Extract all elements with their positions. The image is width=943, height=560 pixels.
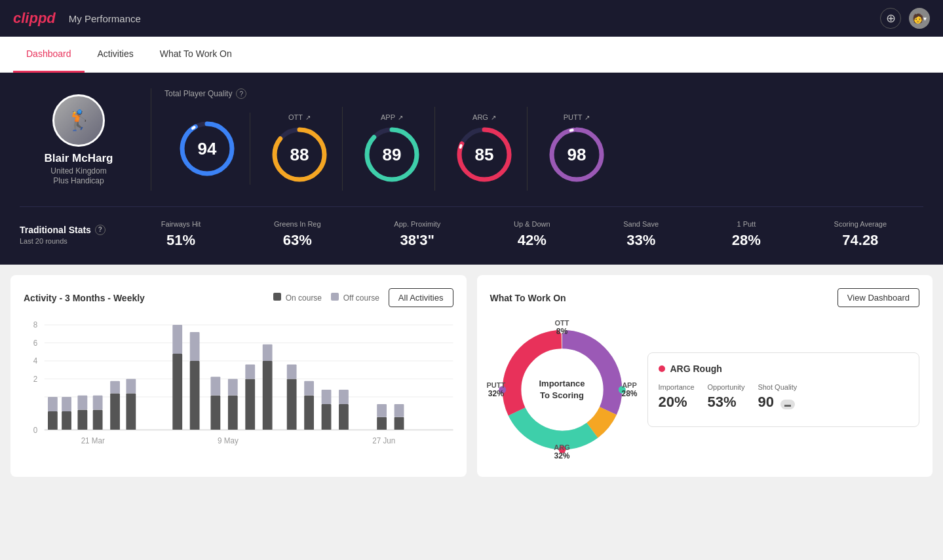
wtwo-content: Importance To Scoring OTT 8% APP 28% ARG… — [490, 318, 920, 462]
svg-text:8: 8 — [33, 320, 38, 329]
off-course-legend: Off course — [331, 293, 379, 303]
trad-stats-list: Fairways Hit 51% Greens In Reg 63% App. … — [125, 220, 923, 249]
chart-header: Activity - 3 Months - Weekly On course O… — [24, 288, 453, 307]
svg-rect-33 — [110, 381, 120, 394]
metric-importance: Importance 20% — [659, 383, 695, 411]
quality-help-icon[interactable]: ? — [236, 88, 246, 99]
svg-rect-41 — [210, 377, 220, 396]
svg-rect-46 — [263, 361, 273, 430]
tab-what-to-work-on[interactable]: What To Work On — [147, 37, 245, 73]
shot-quality-badge: ▬ — [780, 400, 795, 409]
chart-svg: 8 6 4 2 0 — [24, 318, 453, 462]
trad-sublabel: Last 20 rounds — [20, 237, 125, 245]
ott-ring: 88 — [270, 125, 329, 184]
player-name: Blair McHarg — [45, 152, 113, 165]
svg-rect-59 — [395, 404, 404, 417]
wtwo-header: What To Work On View Dashboard — [490, 288, 920, 307]
putt-ring: 98 — [547, 125, 606, 184]
donut-center-label: Importance To Scoring — [539, 378, 585, 401]
svg-rect-51 — [304, 381, 314, 396]
svg-rect-53 — [322, 390, 332, 404]
header-left: clippd My Performance — [13, 10, 141, 27]
quality-label: Total Player Quality ? — [164, 88, 923, 99]
arg-ring: 85 — [455, 125, 514, 184]
svg-rect-58 — [395, 417, 404, 430]
chevron-down-icon: ▾ — [923, 15, 927, 22]
stats-top: 🏌️ Blair McHarg United Kingdom Plus Hand… — [20, 88, 923, 191]
svg-text:2: 2 — [33, 375, 37, 384]
all-activities-button[interactable]: All Activities — [389, 288, 453, 307]
svg-text:27 Jun: 27 Jun — [372, 436, 395, 445]
svg-rect-31 — [93, 396, 103, 410]
main-score-value: 94 — [198, 139, 217, 159]
main-score-wrap: 94 — [164, 113, 250, 185]
ott-score-value: 88 — [290, 145, 309, 165]
svg-rect-40 — [210, 396, 220, 430]
app-score-value: 89 — [383, 145, 402, 165]
app-ring: 89 — [362, 125, 421, 184]
svg-rect-49 — [287, 365, 297, 379]
divider — [151, 88, 151, 191]
avatar: 🏌️ — [52, 94, 105, 147]
svg-text:9 May: 9 May — [218, 436, 239, 445]
app-label: APP ↗ — [381, 113, 403, 121]
view-dashboard-button[interactable]: View Dashboard — [837, 288, 919, 307]
svg-text:4: 4 — [33, 356, 38, 365]
ott-score-wrap: OTT ↗ 88 — [257, 107, 343, 191]
svg-rect-55 — [339, 390, 349, 404]
svg-rect-52 — [322, 404, 332, 430]
stat-fairways-hit: Fairways Hit 51% — [161, 220, 201, 249]
svg-rect-45 — [245, 365, 255, 379]
red-dot-icon — [659, 365, 665, 372]
svg-rect-25 — [48, 397, 58, 411]
info-card-title: ARG Rough — [659, 364, 909, 374]
svg-text:0: 0 — [33, 426, 38, 435]
putt-score-wrap: PUTT ↗ 98 — [534, 107, 619, 191]
avatar-icon: 🧑 — [912, 13, 923, 24]
svg-rect-48 — [287, 379, 297, 430]
off-course-dot — [331, 293, 339, 301]
logo: clippd — [13, 10, 56, 27]
svg-rect-56 — [377, 417, 387, 430]
stat-app-proximity: App. Proximity 38'3" — [394, 220, 440, 249]
svg-rect-43 — [228, 379, 238, 396]
ott-label: OTT ↗ — [288, 113, 311, 121]
tab-dashboard[interactable]: Dashboard — [13, 37, 85, 73]
svg-rect-29 — [77, 396, 87, 410]
player-country: United Kingdom — [50, 166, 106, 176]
quality-section: Total Player Quality ? 94 — [164, 88, 923, 191]
stat-up-down: Up & Down 42% — [514, 220, 550, 249]
putt-label: PUTT ↗ — [564, 113, 590, 121]
on-course-legend: On course — [273, 293, 322, 303]
add-icon: ⊕ — [886, 11, 896, 26]
trad-help-icon[interactable]: ? — [95, 225, 106, 235]
arg-donut-label: ARG 32% — [554, 443, 569, 460]
ott-donut-label: OTT 8% — [555, 319, 569, 336]
svg-rect-38 — [190, 361, 200, 430]
svg-rect-36 — [172, 354, 182, 430]
putt-score-value: 98 — [568, 145, 587, 165]
svg-rect-30 — [93, 410, 103, 430]
stat-1-putt: 1 Putt 28% — [732, 220, 761, 249]
donut-chart: Importance To Scoring OTT 8% APP 28% ARG… — [490, 318, 634, 462]
player-handicap: Plus Handicap — [53, 176, 104, 185]
svg-rect-28 — [77, 410, 87, 430]
tab-activities[interactable]: Activities — [85, 37, 147, 73]
svg-rect-26 — [62, 411, 71, 430]
arg-label: ARG ↗ — [472, 113, 496, 121]
on-course-dot — [273, 293, 281, 301]
main-ring: 94 — [178, 119, 237, 178]
trad-label-wrap: Traditional Stats ? Last 20 rounds — [20, 225, 125, 245]
wtwo-title: What To Work On — [490, 293, 566, 303]
user-avatar[interactable]: 🧑 ▾ — [909, 8, 930, 29]
metric-opportunity: Opportunity 53% — [708, 383, 745, 411]
svg-rect-32 — [110, 394, 120, 430]
page-title: My Performance — [69, 13, 141, 24]
chart-area: 8 6 4 2 0 — [24, 318, 453, 462]
svg-rect-39 — [190, 332, 200, 361]
svg-text:6: 6 — [33, 339, 38, 348]
tab-bar: Dashboard Activities What To Work On — [0, 37, 943, 73]
add-button[interactable]: ⊕ — [880, 8, 901, 29]
svg-rect-24 — [48, 411, 58, 430]
chart-legend: On course Off course — [273, 293, 379, 303]
